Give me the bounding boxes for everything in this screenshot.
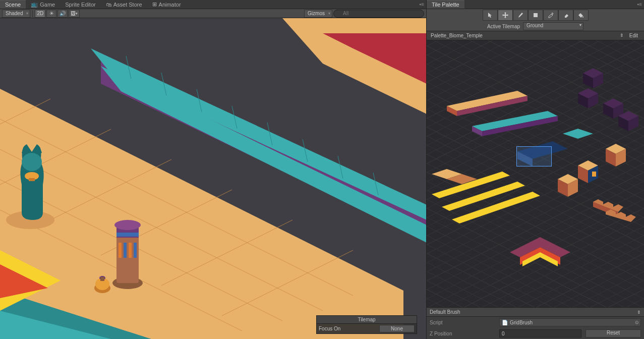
- shading-dropdown[interactable]: Shaded: [2, 10, 30, 18]
- sun-icon: ☀: [49, 11, 54, 16]
- zposition-label: Z Position: [430, 331, 495, 336]
- palette-edit-button[interactable]: Edit: [625, 33, 642, 38]
- active-tilemap-dropdown[interactable]: Ground: [523, 22, 583, 30]
- svg-marker-64: [563, 129, 593, 139]
- cursor-icon: [487, 12, 493, 18]
- brush-dropdown[interactable]: Default Brush: [427, 308, 644, 317]
- script-field[interactable]: 📄GridBrush: [499, 318, 641, 326]
- tilemap-overlay: Tilemap Focus On None: [316, 315, 417, 334]
- scene-viewport[interactable]: Tilemap Focus On None: [0, 18, 426, 339]
- bucket-icon: [578, 12, 584, 18]
- svg-rect-35: [116, 233, 139, 237]
- audio-toggle[interactable]: 🔊: [57, 10, 68, 18]
- svg-rect-73: [592, 172, 596, 177]
- left-tab-bar: Scene 📺Game Sprite Editor 🛍Asset Store ⊞…: [0, 0, 426, 9]
- tab-tile-palette[interactable]: Tile Palette: [427, 0, 464, 9]
- zposition-field[interactable]: 0: [499, 329, 581, 337]
- svg-rect-37: [119, 243, 122, 258]
- palette-tab-menu-icon[interactable]: ▪≡: [637, 2, 642, 7]
- store-icon: 🛍: [106, 2, 111, 8]
- audio-icon: 🔊: [60, 11, 66, 16]
- palette-tools: Active Tilemap Ground: [427, 9, 644, 31]
- eyedropper-icon: [548, 12, 554, 18]
- svg-marker-81: [452, 192, 540, 223]
- scene-search-input[interactable]: [333, 10, 424, 18]
- lighting-toggle[interactable]: ☀: [46, 10, 56, 18]
- svg-rect-38: [124, 243, 127, 258]
- gizmos-dropdown[interactable]: Gizmos: [304, 10, 332, 18]
- eraser-icon: [563, 12, 569, 18]
- fill-tool[interactable]: [573, 10, 589, 21]
- box-icon: [533, 12, 539, 18]
- script-label: Script: [430, 320, 495, 325]
- focus-on-dropdown[interactable]: None: [379, 325, 415, 332]
- brush-inspector: Default Brush Script 📄GridBrush Z Positi…: [427, 307, 644, 339]
- tab-asset-store[interactable]: 🛍Asset Store: [101, 1, 147, 9]
- svg-rect-45: [534, 13, 538, 17]
- brush-icon: [517, 12, 523, 18]
- image-icon: 🖼: [71, 11, 76, 16]
- right-tab-bar: Tile Palette ▪≡: [427, 0, 644, 9]
- tile-selection-box: [516, 146, 552, 166]
- svg-rect-44: [100, 277, 104, 281]
- mode-2d-button[interactable]: 2D: [35, 10, 45, 18]
- picker-tool[interactable]: [543, 10, 558, 21]
- svg-rect-31: [29, 178, 35, 181]
- erase-tool[interactable]: [558, 10, 573, 21]
- move-tool[interactable]: [498, 10, 513, 21]
- svg-point-36: [114, 220, 141, 230]
- select-tool[interactable]: [483, 10, 498, 21]
- iso-stage: [0, 18, 426, 339]
- fx-toggle[interactable]: 🖼▾: [69, 10, 80, 18]
- brush-tool[interactable]: [513, 10, 528, 21]
- palette-selector-bar: Palette_Biome_Temple Edit: [427, 31, 644, 40]
- tab-menu-icon[interactable]: ▪≡: [420, 2, 424, 7]
- palette-grid-viewport[interactable]: [427, 40, 644, 307]
- tab-scene[interactable]: Scene: [0, 0, 26, 9]
- focus-on-label: Focus On: [319, 326, 376, 331]
- game-icon: 📺: [31, 1, 38, 8]
- animator-icon: ⊞: [152, 1, 157, 8]
- tab-game[interactable]: 📺Game: [26, 0, 60, 9]
- palette-name-dropdown[interactable]: Palette_Biome_Temple: [429, 33, 625, 38]
- scene-toolbar: Shaded 2D ☀ 🔊 🖼▾ Gizmos 🔍: [0, 9, 426, 18]
- svg-point-29: [22, 153, 42, 171]
- script-icon: 📄: [502, 320, 508, 325]
- tab-sprite-editor[interactable]: Sprite Editor: [60, 1, 101, 9]
- svg-rect-40: [134, 243, 137, 258]
- active-tilemap-label: Active Tilemap: [487, 24, 520, 29]
- tab-animator[interactable]: ⊞Animator: [147, 0, 186, 9]
- move-icon: [502, 12, 509, 19]
- svg-marker-84: [606, 209, 636, 222]
- svg-marker-80: [442, 182, 525, 211]
- box-tool[interactable]: [528, 10, 543, 21]
- reset-button[interactable]: Reset: [586, 329, 641, 337]
- overlay-title: Tilemap: [317, 316, 417, 324]
- svg-rect-39: [129, 243, 132, 258]
